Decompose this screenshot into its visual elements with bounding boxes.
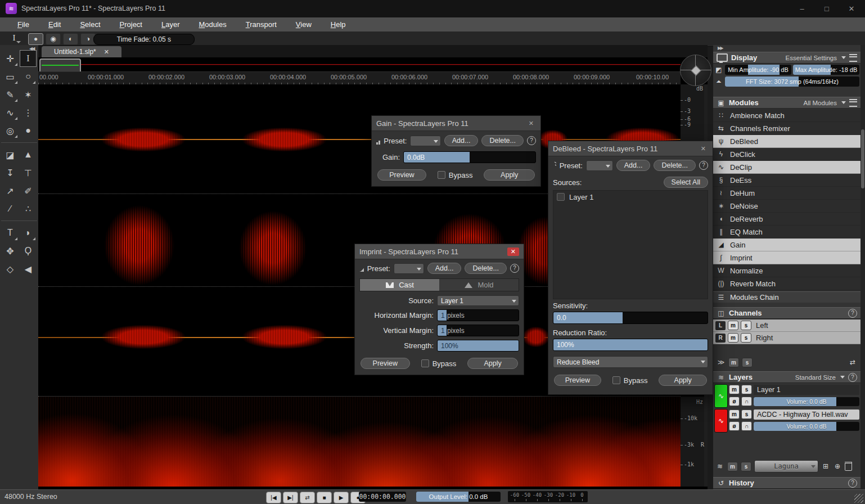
fft-size-slider[interactable]: FFT Size: 3072 smp (64ms/16Hz) [725,76,859,87]
display-section-header[interactable]: Display Essential Settings [713,52,861,64]
debleed-preset-select[interactable] [586,160,613,171]
imprint-preset-select[interactable] [394,263,424,274]
crossover-arrows-icon[interactable]: ⇄ [848,358,857,366]
module-item-declip[interactable]: ∿DeClip [713,161,861,174]
module-item-normalize[interactable]: WNormalize [713,264,861,277]
module-item-debleed[interactable]: ψDeBleed [713,135,861,148]
menu-modules[interactable]: Modules [190,17,236,32]
cast-tab[interactable]: Cast [360,279,439,291]
menu-edit[interactable]: Edit [39,17,70,32]
selection-mode-add[interactable]: ◉ [46,33,61,45]
text-tool[interactable]: T [2,224,19,241]
sensitivity-slider[interactable]: 0.0 [553,312,708,324]
gain-dialog-titlebar[interactable]: Gain - SpectraLayers Pro 11 ✕ [372,116,540,131]
channel-solo-button[interactable]: s [741,321,751,330]
layers-solo-button[interactable]: s [741,462,751,471]
layer-phase-button[interactable]: ø [729,421,740,431]
apply-button[interactable]: Apply [659,375,707,386]
bypass-checkbox[interactable]: Bypass [438,171,473,179]
display-menu-icon[interactable] [849,54,857,62]
preset-delete-button[interactable]: Delete... [654,160,696,171]
module-item-ambience-match[interactable]: ∷Ambience Match [713,109,861,122]
panel-scrollbar[interactable] [861,45,865,489]
maximize-button[interactable]: □ [818,3,836,15]
max-amplitude-slider[interactable]: Max Amplitude: -18 dB [793,65,859,75]
layer-envelope-button[interactable]: ∩ [741,421,752,431]
preview-button[interactable]: Preview [361,358,410,369]
delete-layer-icon[interactable] [845,462,852,471]
modules-section-header[interactable]: ▣ Modules All Modules [713,97,861,109]
gain-preset-select[interactable] [410,136,440,146]
scrollbar-thumb[interactable] [861,129,864,188]
lasso-selection-tool[interactable]: ○ [20,68,37,85]
line-tool[interactable]: ∕ [2,200,19,217]
play-button[interactable]: ▶ [334,492,349,503]
module-item-deess[interactable]: §DeEss [713,174,861,187]
apply-button[interactable]: Apply [484,169,535,181]
magic-wand-tool[interactable]: ✶ [20,86,37,103]
playback-tool[interactable]: ◀ [20,260,37,277]
module-item-denoise[interactable]: ∗DeNoise [713,200,861,213]
display-settings-select[interactable]: Essential Settings [786,55,837,61]
menu-view[interactable]: View [286,17,321,32]
layers-section-header[interactable]: ≋ Layers Standard Size ? [713,371,861,383]
collapse-panel-icon[interactable]: ◀◀ [29,46,34,51]
module-item-declick[interactable]: ϟDeClick [713,148,861,161]
layers-help-icon[interactable]: ? [848,373,857,382]
harmonic-pencil-tool[interactable]: ↗ [2,182,19,199]
output-level-slider[interactable]: Output Level: 0.0 dB [416,492,501,502]
debleed-dialog-titlebar[interactable]: DeBleed - SpectraLayers Pro 11 ✕ [548,141,713,156]
mold-tab[interactable]: Mold [439,279,519,291]
preset-add-button[interactable]: Add... [427,263,462,274]
imprint-dialog-titlebar[interactable]: Imprint - SpectraLayers Pro 11 ✕ [355,244,524,259]
bypass-checkbox[interactable]: Bypass [612,376,648,385]
layer-texture-select[interactable]: Laguna [754,460,818,472]
clone-tool[interactable]: ↧ [2,164,19,181]
menu-help[interactable]: Help [321,17,355,32]
spray-tool[interactable]: ∴ [20,200,37,217]
module-item-dereverb[interactable]: ◖DeReverb [713,213,861,226]
history-section-header[interactable]: ↺ History ? [713,477,861,489]
layers-size-select[interactable]: Standard Size [795,374,836,381]
area-selection-tool[interactable]: ● [20,122,37,139]
channel-solo-button[interactable]: s [741,333,751,343]
channel-mute-button[interactable]: m [728,321,738,330]
loop-button[interactable]: ⇄ [300,492,315,503]
brush-selection-tool[interactable]: ✎ [2,86,19,103]
modules-chain-item[interactable]: ☰ Modules Chain [713,291,861,303]
layer-solo-button[interactable]: s [741,410,752,419]
channel-row-l[interactable]: LmsLeft [713,320,861,332]
selection-mode-replace[interactable]: ● [28,33,43,45]
cube-3d-tool[interactable]: ◇ [2,260,19,277]
source-checkbox[interactable] [557,193,565,201]
menu-project[interactable]: Project [110,17,152,32]
module-item-eq-match[interactable]: ∥EQ Match [713,226,861,238]
resize-grip[interactable] [854,494,863,503]
help-icon[interactable]: ? [510,264,519,273]
layer-name[interactable]: Layer 1 [754,385,859,395]
gain-value-slider[interactable]: 0.0dB [403,151,536,163]
reduction-ratio-slider[interactable]: 100% [553,339,708,351]
module-item-reverse[interactable]: ◀◀Reverse [713,290,861,291]
picker-tool[interactable]: ◗ [20,224,37,241]
source-list-item[interactable]: Layer 1 [553,191,708,203]
layer-volume-slider[interactable]: Volume: 0.0 dB [754,397,859,406]
preset-add-button[interactable]: Add... [616,160,651,171]
jog-navigation-wheel[interactable] [680,55,711,86]
layer-phase-button[interactable]: ø [729,397,740,406]
preview-button[interactable]: Preview [377,169,426,181]
help-icon[interactable]: ? [699,161,708,170]
preset-delete-button[interactable]: Delete... [481,135,524,146]
mixdown-mute-button[interactable]: m [728,358,739,367]
close-button[interactable]: ✕ [843,3,861,15]
rectangle-selection-tool[interactable]: ▭ [2,68,19,85]
channel-row-r[interactable]: RmsRight [713,332,861,344]
add-group-icon[interactable]: ⊞ [821,462,830,470]
menu-file[interactable]: File [8,17,39,32]
channel-mute-button[interactable]: m [728,333,738,343]
ibeam-tool-dropdown[interactable]: I [7,33,21,44]
modules-filter-select[interactable]: All Modules [804,100,837,106]
horizontal-margin-slider[interactable]: 1 pixels [437,309,519,321]
vertical-margin-slider[interactable]: 1 pixels [437,325,519,336]
module-item-imprint[interactable]: ∫Imprint [713,251,861,264]
